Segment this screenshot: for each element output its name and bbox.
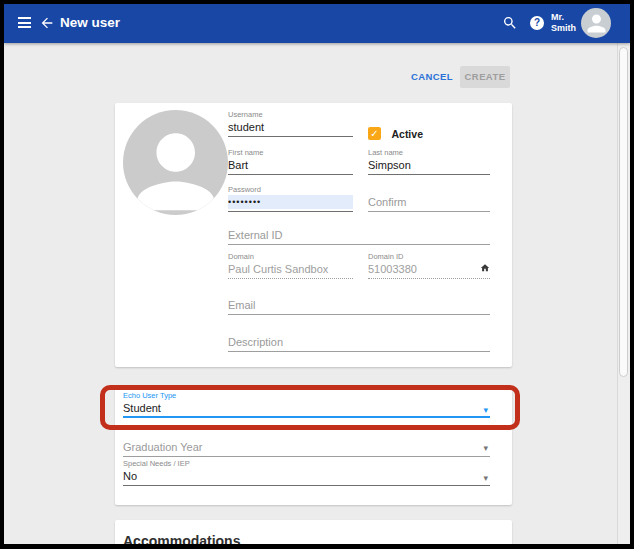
username-underline	[228, 136, 353, 137]
current-user-name[interactable]: Mr. Smith	[551, 12, 576, 34]
active-checkbox[interactable]: ✓	[368, 127, 381, 140]
graduation-year-underline	[123, 456, 490, 457]
active-checkbox-row[interactable]: ✓ Active	[368, 124, 423, 138]
description-field[interactable]: Description	[228, 325, 490, 352]
password-underline	[228, 211, 353, 212]
domain-id-label: Domain ID	[368, 252, 490, 262]
scrollbar-thumb[interactable]	[619, 47, 628, 377]
confirm-placeholder: Confirm	[368, 195, 490, 209]
email-underline	[228, 314, 490, 315]
external-id-field[interactable]: External ID	[228, 218, 490, 245]
domain-id-value: 51003380	[368, 262, 490, 276]
special-needs-select[interactable]: Special Needs / IEP No ▾	[123, 459, 490, 486]
profile-photo-placeholder[interactable]	[123, 110, 228, 215]
confirm-underline	[368, 211, 490, 212]
app-window: New user ? Mr. Smith CANCEL CREATE	[4, 4, 630, 544]
special-needs-value: No	[123, 469, 490, 483]
graduation-year-select[interactable]: Graduation Year ▾	[123, 430, 490, 457]
chevron-down-icon: ▾	[483, 443, 488, 453]
page-title: New user	[60, 15, 120, 30]
active-label: Active	[391, 128, 423, 140]
help-icon[interactable]: ?	[530, 16, 544, 30]
domain-field: Domain Paul Curtis Sandbox	[228, 252, 353, 279]
description-placeholder: Description	[228, 335, 490, 349]
username-field[interactable]: Username student	[228, 110, 353, 137]
domain-value: Paul Curtis Sandbox	[228, 262, 353, 276]
special-needs-label: Special Needs / IEP	[123, 459, 490, 469]
domain-id-field: Domain ID 51003380	[368, 252, 490, 279]
menu-icon[interactable]	[18, 17, 31, 29]
first-name-field[interactable]: First name Bart	[228, 148, 353, 175]
confirm-password-field[interactable]: Confirm	[368, 185, 490, 212]
screenshot-frame: New user ? Mr. Smith CANCEL CREATE	[0, 0, 634, 549]
external-id-placeholder: External ID	[228, 228, 490, 242]
last-name-label: Last name	[368, 148, 490, 158]
echo-user-type-label: Echo User Type	[123, 391, 490, 401]
echo-user-type-select[interactable]: Echo User Type Student ▾	[123, 391, 490, 418]
cancel-button[interactable]: CANCEL	[411, 71, 453, 82]
graduation-year-placeholder: Graduation Year	[123, 440, 490, 454]
last-name-value: Simpson	[368, 158, 490, 172]
domain-id-underline	[368, 278, 490, 279]
password-label: Password	[228, 185, 353, 195]
last-name-underline	[368, 174, 490, 175]
accommodations-heading: Accommodations	[123, 533, 240, 544]
username-label: Username	[228, 110, 353, 120]
domain-label: Domain	[228, 252, 353, 262]
email-field[interactable]: Email	[228, 288, 490, 315]
back-arrow-icon[interactable]	[39, 15, 55, 31]
email-placeholder: Email	[228, 298, 490, 312]
app-bar: New user ? Mr. Smith	[4, 4, 630, 43]
scrollbar-track[interactable]	[617, 43, 630, 544]
password-field[interactable]: Password ••••••••	[228, 185, 353, 212]
echo-user-type-underline	[123, 416, 490, 418]
create-button: CREATE	[460, 66, 510, 88]
echo-user-type-value: Student	[123, 401, 490, 415]
password-value: ••••••••	[228, 195, 353, 209]
username-value: student	[228, 120, 353, 134]
domain-underline	[228, 278, 353, 279]
description-underline	[228, 351, 490, 352]
chevron-down-icon: ▾	[483, 473, 488, 483]
profile-card: Username student ✓ Active First name Bar…	[115, 103, 512, 367]
current-user-name-line1: Mr.	[551, 12, 576, 23]
first-name-value: Bart	[228, 158, 353, 172]
external-id-underline	[228, 244, 490, 245]
accommodations-card: Accommodations	[115, 520, 512, 544]
special-needs-underline	[123, 485, 490, 486]
current-user-name-line2: Smith	[551, 23, 576, 34]
user-type-card: Echo User Type Student ▾ Graduation Year…	[115, 388, 512, 505]
search-icon[interactable]	[502, 15, 518, 31]
home-icon	[480, 259, 490, 269]
last-name-field[interactable]: Last name Simpson	[368, 148, 490, 175]
first-name-underline	[228, 174, 353, 175]
current-user-avatar[interactable]	[581, 8, 611, 38]
first-name-label: First name	[228, 148, 353, 158]
chevron-down-icon: ▾	[483, 405, 488, 415]
